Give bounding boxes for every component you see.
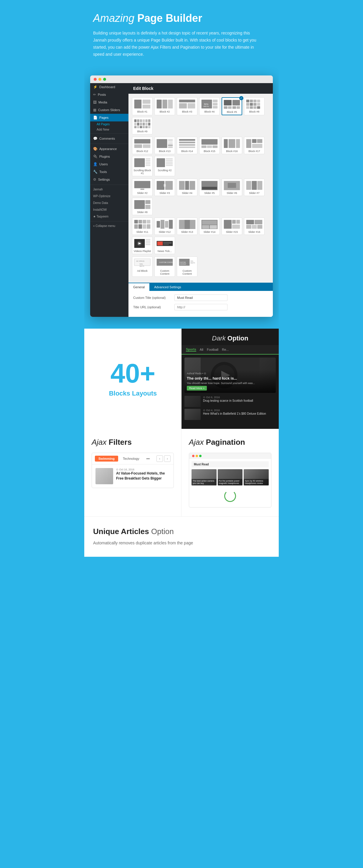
dark-list-date-1: ⊙ Oct 6, 2016 <box>203 396 276 399</box>
slider-item-8[interactable]: Slider #8 <box>132 198 153 215</box>
block-label-16: Block #16 <box>226 150 238 153</box>
sidebar-item-pages[interactable]: 📄 Pages <box>90 114 129 121</box>
block-item-scrolling-2[interactable]: Scrolling #2 <box>154 156 175 176</box>
block-label-17: Block #17 <box>249 150 260 153</box>
browser-dot-red <box>94 78 97 81</box>
slider-item-7[interactable]: Slider #7 <box>244 179 265 196</box>
sidebar-item-plugins[interactable]: 🔌 Plugins <box>90 153 129 160</box>
sidebar-item-tools[interactable]: 🔧 Tools <box>90 168 129 176</box>
block-item-videos-playlist[interactable]: Videos Playlist <box>132 237 153 254</box>
title-url-input[interactable] <box>174 304 228 310</box>
block-item-custom-content-2[interactable]: CUSTOMCONTENT50%WIDTH Custom Content <box>177 256 197 277</box>
tools-icon: 🔧 <box>93 170 98 174</box>
sidebar-item-appearance[interactable]: 🎨 Appearance <box>90 145 129 153</box>
sidebar-item-collapse[interactable]: « Collapse menu <box>90 222 129 229</box>
sidebar-item-dashboard[interactable]: ⚡ Dashboard <box>90 83 129 91</box>
block-item-15[interactable]: Block #15 <box>199 137 220 154</box>
sidebar-item-posts[interactable]: ✏ Posts <box>90 91 129 98</box>
settings-field-title-url: Title URL (optional) <box>133 304 268 310</box>
svg-rect-111 <box>143 224 146 229</box>
block-item-13[interactable]: Block #13 <box>154 137 175 154</box>
block-item-9[interactable]: Block #9 <box>132 117 153 134</box>
sidebar-label-taqyeem: ★ Taqyeem <box>93 215 108 218</box>
sidebar-item-settings[interactable]: ⚙ Settings <box>90 176 129 183</box>
wp-sidebar: ⚡ Dashboard ✏ Posts 🖼 Media ▦ Custom Sli… <box>90 83 129 317</box>
svg-rect-82 <box>166 158 173 159</box>
dark-featured-article[interactable]: Ashraf Redo • ⊙ The only thi... hard luc… <box>185 358 276 393</box>
sidebar-sub-label-all-pages: All Pages <box>97 122 110 126</box>
sidebar-item-instanow[interactable]: InstaNOW <box>90 206 129 213</box>
filter-tab-swimming[interactable]: Swimming <box>95 456 118 462</box>
block-item-2[interactable]: Block #2 <box>154 97 175 115</box>
pagination-card-1[interactable]: The best action camera you can buy <box>192 469 217 486</box>
block-item-custom-content-1[interactable]: CUSTOM CONTENT Custom Content <box>154 256 175 277</box>
svg-rect-143 <box>163 244 169 245</box>
slider-item-11[interactable]: Slider #11 <box>132 218 153 235</box>
block-item-3[interactable]: Block #3 <box>177 97 197 115</box>
pagination-card-2[interactable]: For the portable power magnetic headphon… <box>218 469 243 486</box>
filter-next-arrow[interactable]: › <box>164 455 171 462</box>
block-item-12[interactable]: Block #12 <box>132 137 153 154</box>
dark-list-item-2[interactable]: ⊙ Oct 4, 2016 Here What's in Battlefield… <box>185 409 276 420</box>
block-item-14[interactable]: Block #14 <box>177 137 197 154</box>
block-item-4[interactable]: 50% WIDTH Block #4 <box>199 97 220 115</box>
filter-tab-technology[interactable]: Technology <box>121 456 142 462</box>
svg-rect-103 <box>145 200 150 204</box>
slider-item-16[interactable]: Slider #16 <box>244 218 265 235</box>
sidebar-item-comments[interactable]: 💬 Comments <box>90 135 129 142</box>
sidebar-item-wp-optimize[interactable]: WP-Optimize <box>90 193 129 199</box>
pagination-card-3[interactable]: Sync by 50 wireless headphones review <box>244 469 269 486</box>
block-label-3: Block #3 <box>182 110 192 113</box>
sidebar-sub-all-pages[interactable]: All Pages <box>90 121 129 127</box>
slider-label-4: Slider #4 <box>182 192 192 194</box>
settings-tab-general[interactable]: General <box>129 283 150 291</box>
block-preview-scrolling-1 <box>133 157 152 168</box>
svg-rect-28 <box>257 103 260 106</box>
svg-rect-26 <box>250 103 253 106</box>
sidebar-item-media[interactable]: 🖼 Media <box>90 98 129 106</box>
dark-cat-active: Sports <box>186 347 196 352</box>
svg-rect-37 <box>145 119 147 122</box>
custom-title-input[interactable] <box>174 294 228 301</box>
sidebar-item-taqyeem[interactable]: ★ Taqyeem <box>90 213 129 220</box>
settings-tab-advanced[interactable]: Advanced Settings <box>150 283 186 291</box>
dark-list-thumb-2 <box>185 409 201 420</box>
sidebar-item-users[interactable]: 👤 Users <box>90 160 129 168</box>
sidebar-item-custom-sliders[interactable]: ▦ Custom Sliders <box>90 106 129 114</box>
block-item-scrolling-1[interactable]: Scrolling Block #1 <box>132 156 153 176</box>
dark-read-more-button[interactable]: Read More » <box>187 386 207 391</box>
sliders-icon: ▦ <box>93 108 96 112</box>
block-item-16[interactable]: Block #16 <box>222 137 242 154</box>
svg-rect-1 <box>143 100 150 104</box>
slider-item-5[interactable]: Slider #5 <box>199 179 220 196</box>
slider-item-6[interactable]: Slider #6 <box>222 179 242 196</box>
slider-item-12[interactable]: Slider #12 <box>154 218 175 235</box>
svg-rect-2 <box>143 105 150 108</box>
block-item-5[interactable]: Block #5 <box>222 97 242 115</box>
svg-rect-110 <box>138 224 142 229</box>
sidebar-item-demo-data[interactable]: Demo Data <box>90 199 129 206</box>
svg-rect-8 <box>188 103 195 109</box>
slider-item-13[interactable]: Slider #13 <box>177 218 197 235</box>
block-item-8[interactable]: Block #8 <box>244 97 265 115</box>
hero-title: Amazing Page Builder <box>93 12 270 25</box>
slider-item-2[interactable]: Slider #2 <box>132 179 153 196</box>
slider-item-14[interactable]: Slider #14 <box>199 218 220 235</box>
unique-articles-description: Automatically removes duplicate articles… <box>93 540 270 546</box>
block-item-news-ticker[interactable]: News Tick... <box>154 237 175 254</box>
sidebar-sub-add-new[interactable]: Add New <box>90 127 129 132</box>
filter-dots[interactable]: ••• <box>144 456 152 462</box>
sidebar-item-jannah[interactable]: Jannah <box>90 186 129 193</box>
dark-list-item-1[interactable]: ⊙ Oct 6, 2016 Drug testing scarce in Sco… <box>185 396 276 407</box>
dark-list-info-2: ⊙ Oct 4, 2016 Here What's in Battlefield… <box>203 409 276 415</box>
block-grid-area: Block #1 Block #2 <box>129 94 273 283</box>
slider-item-4[interactable]: Slider #4 <box>177 179 197 196</box>
slider-item-3[interactable]: Slider #3 <box>154 179 175 196</box>
block-item-ad-block[interactable]: AD SPACE50%WIDTH Ad Block <box>132 256 153 277</box>
block-item-17[interactable]: Block #17 <box>244 137 265 154</box>
block-item-1[interactable]: Block #1 <box>132 97 153 115</box>
filter-prev-arrow[interactable]: ‹ <box>157 455 163 462</box>
slider-item-15[interactable]: Slider #15 <box>222 218 242 235</box>
svg-rect-36 <box>143 119 145 122</box>
svg-text:WIDTH: WIDTH <box>190 262 195 264</box>
